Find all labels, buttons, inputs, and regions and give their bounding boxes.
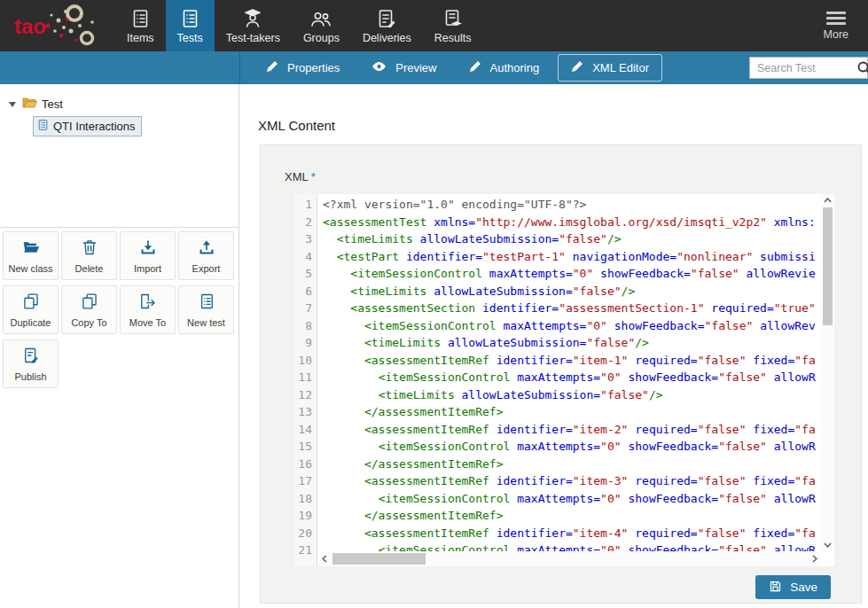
trash-icon <box>81 238 98 260</box>
hamburger-icon <box>826 12 846 26</box>
save-button-label: Save <box>790 581 817 594</box>
line-number: 9 <box>293 334 312 352</box>
code-line: <itemSessionControl maxAttempts="0" show… <box>323 317 821 335</box>
view-tabs: Properties Preview Authoring XML Editor <box>253 54 662 82</box>
tab-label: Preview <box>395 61 436 74</box>
svg-text:tao: tao <box>14 14 46 38</box>
line-number: 16 <box>293 456 312 473</box>
save-row: Save <box>755 575 831 599</box>
nav-item-items[interactable]: Items <box>115 0 166 51</box>
nav-item-groups[interactable]: Groups <box>292 0 351 51</box>
sidebar: Test QTI Interactions New class Delete I… <box>0 84 239 608</box>
action-button-label: Copy To <box>71 317 106 328</box>
search-icon[interactable] <box>857 61 868 79</box>
save-button[interactable]: Save <box>755 575 831 599</box>
nav-item-results[interactable]: Results <box>423 0 483 51</box>
nav-item-more[interactable]: More <box>804 0 868 51</box>
action-move-to-button[interactable]: Move To <box>120 285 176 334</box>
action-button-label: Move To <box>129 317 166 328</box>
actionbar-divider <box>239 51 240 84</box>
tab-preview[interactable]: Preview <box>358 55 450 81</box>
line-number: 21 <box>293 542 312 559</box>
action-new-class-button[interactable]: New class <box>3 231 59 280</box>
code-line: </assessmentItemRef> <box>323 507 821 525</box>
code-line: <itemSessionControl maxAttempts="0" show… <box>323 542 821 551</box>
nav-item-label: Deliveries <box>363 32 411 44</box>
action-export-button[interactable]: Export <box>178 231 234 280</box>
vertical-scrollbar[interactable] <box>821 194 834 551</box>
tree-node-test[interactable]: Test <box>9 97 239 112</box>
tree-action-buttons: New class Delete Import Export Duplicate… <box>0 228 239 392</box>
eye-icon <box>371 61 387 74</box>
line-number: 14 <box>293 421 312 439</box>
line-number: 8 <box>293 317 312 335</box>
tao-logo-icon: tao <box>12 4 101 47</box>
code-line: <?xml version="1.0" encoding="UTF-8"?> <box>323 196 821 214</box>
duplicate-icon <box>22 292 40 314</box>
action-button-label: Import <box>134 263 161 274</box>
tab-xml-editor[interactable]: XML Editor <box>558 54 662 82</box>
action-copy-to-button[interactable]: Copy To <box>61 285 117 334</box>
horizontal-scroll-thumb[interactable] <box>332 553 426 565</box>
line-number: 13 <box>293 403 312 421</box>
line-number: 4 <box>293 248 312 266</box>
nav-item-test-takers[interactable]: Test-takers <box>215 0 292 51</box>
code-line: <timeLimits allowLateSubmission="false"/… <box>323 283 821 300</box>
line-number: 19 <box>293 507 312 525</box>
action-delete-button[interactable]: Delete <box>61 231 117 280</box>
tab-label: Properties <box>287 61 340 74</box>
line-number: 11 <box>293 369 312 386</box>
nav-item-label: Groups <box>303 32 340 44</box>
nav-item-label: Tests <box>177 32 203 44</box>
xml-editor[interactable]: 123456789101112131415161718192021 <?xml … <box>293 194 834 566</box>
tab-label: XML Editor <box>592 61 649 74</box>
scroll-left-arrow[interactable] <box>318 551 331 566</box>
code-line: <testPart identifier="testPart-1" naviga… <box>323 248 821 266</box>
tab-label: Authoring <box>490 61 540 74</box>
nav-item-tests[interactable]: Tests <box>166 0 215 51</box>
search-box <box>749 57 868 79</box>
code-line: <timeLimits allowLateSubmission="false"/… <box>323 386 821 404</box>
action-publish-button[interactable]: Publish <box>3 339 59 388</box>
tao-logo[interactable]: tao <box>0 0 115 51</box>
pencil-icon <box>469 60 481 75</box>
tree-node-qti-interactions[interactable]: QTI Interactions <box>33 116 142 136</box>
caret-down-icon[interactable] <box>9 102 16 107</box>
items-icon <box>129 8 151 29</box>
scroll-right-arrow[interactable] <box>809 551 821 566</box>
action-duplicate-button[interactable]: Duplicate <box>3 285 59 334</box>
line-number: 17 <box>293 472 312 490</box>
folder-open-icon <box>21 238 41 260</box>
xml-field-label: XML* <box>285 170 316 183</box>
main-nav: Items Tests Test-takers Groups Deliverie… <box>115 0 482 51</box>
scroll-down-arrow[interactable] <box>821 539 834 551</box>
action-new-test-button[interactable]: New test <box>178 285 234 334</box>
test-takers-icon <box>242 8 263 29</box>
line-number-gutter: 123456789101112131415161718192021 <box>293 194 317 566</box>
action-button-label: Publish <box>14 371 46 382</box>
scrollbar-corner <box>821 551 834 566</box>
nav-item-deliveries[interactable]: Deliveries <box>351 0 423 51</box>
vertical-scroll-thumb[interactable] <box>823 207 833 325</box>
horizontal-scrollbar[interactable] <box>318 551 821 566</box>
line-number: 12 <box>293 386 312 404</box>
tab-properties[interactable]: Properties <box>253 54 353 82</box>
action-button-label: Delete <box>75 263 104 274</box>
tab-authoring[interactable]: Authoring <box>456 54 553 82</box>
top-nav: tao Items Tests Test-takers Groups Deliv… <box>0 0 868 51</box>
main-content: XML Content XML* 12345678910111213141516… <box>239 84 868 608</box>
code-line: <assessmentSection identifier="assessmen… <box>323 300 821 317</box>
code-line: <itemSessionControl maxAttempts="0" show… <box>323 438 821 456</box>
results-icon <box>442 8 464 29</box>
action-button-label: Duplicate <box>11 317 51 328</box>
code-area[interactable]: <?xml version="1.0" encoding="UTF-8"?><a… <box>318 194 821 551</box>
search-input[interactable] <box>749 57 868 79</box>
scroll-up-arrow[interactable] <box>821 194 834 207</box>
xml-label-text: XML <box>285 170 309 183</box>
page-title: XML Content <box>258 118 868 133</box>
resource-tree: Test QTI Interactions <box>0 84 239 228</box>
action-import-button[interactable]: Import <box>120 231 176 280</box>
action-bar: Properties Preview Authoring XML Editor <box>0 51 868 84</box>
export-icon <box>197 238 216 260</box>
move-icon <box>138 292 157 314</box>
